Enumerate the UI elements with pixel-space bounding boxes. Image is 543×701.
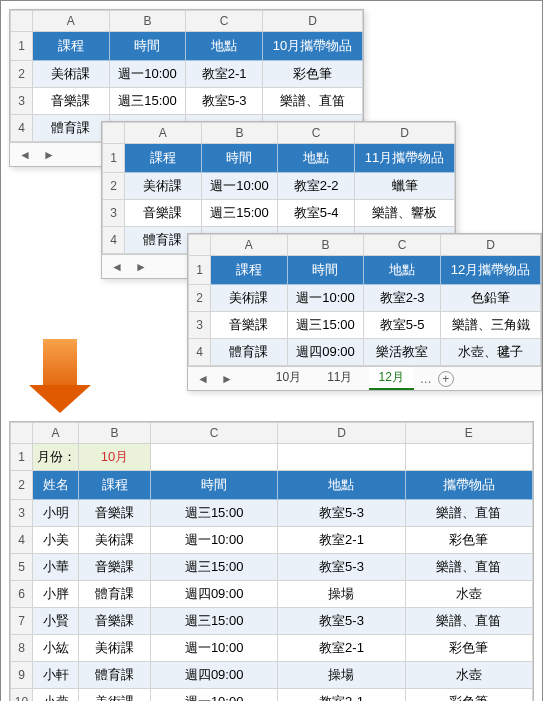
- cell[interactable]: 教室2-3: [364, 285, 441, 312]
- cell[interactable]: 美術課: [211, 285, 288, 312]
- col-header[interactable]: E: [405, 423, 532, 444]
- cell-place[interactable]: 教室2-1: [278, 527, 405, 554]
- cell[interactable]: 音樂課: [211, 312, 288, 339]
- tab-overflow-icon[interactable]: …: [420, 372, 432, 386]
- col-header[interactable]: B: [287, 235, 364, 256]
- cell[interactable]: 教室2-2: [278, 173, 355, 200]
- cell-time[interactable]: 週一10:00: [151, 635, 278, 662]
- cell-course[interactable]: 音樂課: [79, 500, 151, 527]
- cell-item[interactable]: 彩色筆: [405, 527, 532, 554]
- col-header[interactable]: D: [278, 423, 405, 444]
- row-header[interactable]: 2: [11, 471, 33, 500]
- cell[interactable]: 教室5-5: [364, 312, 441, 339]
- col-header[interactable]: D: [263, 11, 363, 32]
- tab-nav-prev-icon[interactable]: ◄: [194, 372, 212, 386]
- cell-place[interactable]: 教室2-1: [278, 635, 405, 662]
- cell-item[interactable]: 樂譜、直笛: [405, 554, 532, 581]
- cell-course[interactable]: 體育課: [79, 581, 151, 608]
- cell[interactable]: 週三15:00: [109, 88, 186, 115]
- sheet-tab[interactable]: 11月: [317, 367, 362, 390]
- cell[interactable]: 週一10:00: [109, 61, 186, 88]
- cell-place[interactable]: 操場: [278, 662, 405, 689]
- cell-course[interactable]: 體育課: [79, 662, 151, 689]
- month-value-cell[interactable]: 10月: [79, 444, 151, 471]
- cell[interactable]: 週四09:00: [287, 339, 364, 366]
- cell[interactable]: [405, 444, 532, 471]
- cell-course[interactable]: 音樂課: [79, 608, 151, 635]
- select-all-corner[interactable]: [103, 123, 125, 144]
- cell-time[interactable]: 週四09:00: [151, 581, 278, 608]
- select-all-corner[interactable]: [189, 235, 211, 256]
- cell[interactable]: 樂活教室: [364, 339, 441, 366]
- row-header[interactable]: 3: [189, 312, 211, 339]
- col-header[interactable]: C: [151, 423, 278, 444]
- cell[interactable]: 教室2-1: [186, 61, 263, 88]
- col-header[interactable]: A: [125, 123, 202, 144]
- row-header[interactable]: 4: [11, 527, 33, 554]
- col-header[interactable]: D: [355, 123, 455, 144]
- cell-item[interactable]: 樂譜、直笛: [405, 608, 532, 635]
- cell[interactable]: 週三15:00: [201, 200, 278, 227]
- col-header[interactable]: C: [278, 123, 355, 144]
- row-header[interactable]: 4: [189, 339, 211, 366]
- col-header[interactable]: A: [33, 11, 110, 32]
- cell[interactable]: 樂譜、響板: [355, 200, 455, 227]
- cell-name[interactable]: 小美: [33, 527, 79, 554]
- cell-item[interactable]: 水壺: [405, 662, 532, 689]
- cell-name[interactable]: 小明: [33, 500, 79, 527]
- tab-nav-next-icon[interactable]: ►: [132, 260, 150, 274]
- sheet-tab[interactable]: 10月: [266, 367, 311, 390]
- month-label-cell[interactable]: 月份：: [33, 444, 79, 471]
- cell-name[interactable]: 小紘: [33, 635, 79, 662]
- row-header[interactable]: 4: [103, 227, 125, 254]
- cell[interactable]: 週一10:00: [287, 285, 364, 312]
- cell-place[interactable]: 教室5-3: [278, 554, 405, 581]
- row-header[interactable]: 9: [11, 662, 33, 689]
- cell-item[interactable]: 彩色筆: [405, 689, 532, 702]
- cell-place[interactable]: 操場: [278, 581, 405, 608]
- row-header[interactable]: 2: [103, 173, 125, 200]
- row-header[interactable]: 2: [189, 285, 211, 312]
- row-header[interactable]: 1: [103, 144, 125, 173]
- tab-nav-prev-icon[interactable]: ◄: [108, 260, 126, 274]
- col-header[interactable]: C: [364, 235, 441, 256]
- col-header[interactable]: B: [79, 423, 151, 444]
- cell[interactable]: 體育課: [33, 115, 110, 142]
- cell-item[interactable]: 水壺: [405, 581, 532, 608]
- col-header[interactable]: C: [186, 11, 263, 32]
- cell-course[interactable]: 美術課: [79, 527, 151, 554]
- cell[interactable]: 樂譜、三角鐵: [441, 312, 541, 339]
- row-header[interactable]: 3: [11, 500, 33, 527]
- cell-place[interactable]: 教室5-3: [278, 608, 405, 635]
- cell-name[interactable]: 小胖: [33, 581, 79, 608]
- row-header[interactable]: 5: [11, 554, 33, 581]
- col-header[interactable]: A: [211, 235, 288, 256]
- cell[interactable]: [151, 444, 278, 471]
- cell[interactable]: 音樂課: [125, 200, 202, 227]
- cell-place[interactable]: 教室2-1: [278, 689, 405, 702]
- row-header[interactable]: 1: [11, 444, 33, 471]
- tab-nav-next-icon[interactable]: ►: [40, 148, 58, 162]
- row-header[interactable]: 3: [11, 88, 33, 115]
- tab-nav-next-icon[interactable]: ►: [218, 372, 236, 386]
- row-header[interactable]: 7: [11, 608, 33, 635]
- select-all-corner[interactable]: [11, 423, 33, 444]
- cell[interactable]: 彩色筆: [263, 61, 363, 88]
- cell[interactable]: 教室5-4: [278, 200, 355, 227]
- row-header[interactable]: 8: [11, 635, 33, 662]
- cell-time[interactable]: 週四09:00: [151, 662, 278, 689]
- row-header[interactable]: 1: [189, 256, 211, 285]
- cell-course[interactable]: 美術課: [79, 635, 151, 662]
- cell[interactable]: 音樂課: [33, 88, 110, 115]
- cell-name[interactable]: 小華: [33, 554, 79, 581]
- cell[interactable]: 體育課: [211, 339, 288, 366]
- cell-name[interactable]: 小賢: [33, 608, 79, 635]
- cell[interactable]: [278, 444, 405, 471]
- col-header[interactable]: D: [441, 235, 541, 256]
- row-header[interactable]: 3: [103, 200, 125, 227]
- select-all-corner[interactable]: [11, 11, 33, 32]
- cell[interactable]: 教室5-3: [186, 88, 263, 115]
- row-header[interactable]: 4: [11, 115, 33, 142]
- cell[interactable]: 樂譜、直笛: [263, 88, 363, 115]
- cell-time[interactable]: 週一10:00: [151, 689, 278, 702]
